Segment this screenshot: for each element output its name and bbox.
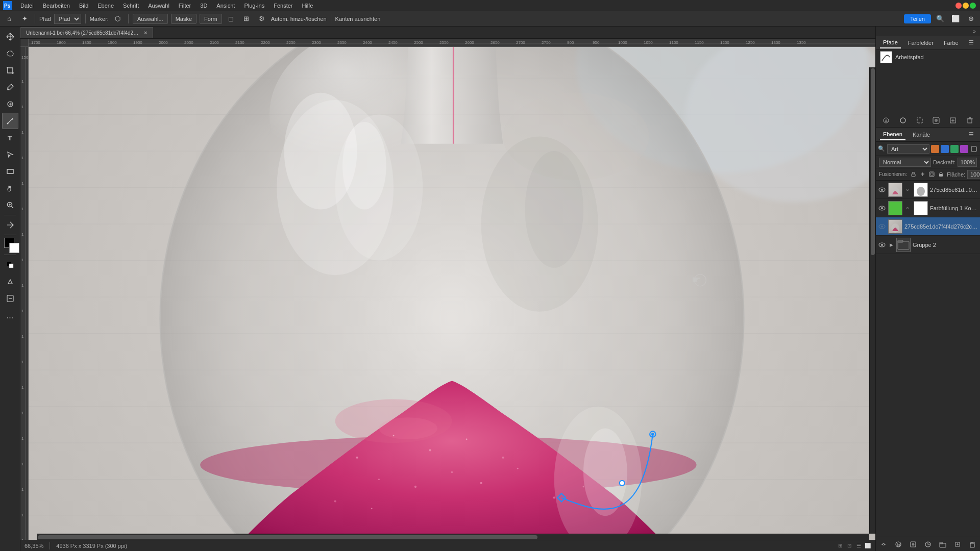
crop-tool[interactable]: [2, 62, 18, 79]
paths-menu-icon[interactable]: ☰: [967, 38, 976, 47]
menu-datei[interactable]: Datei: [16, 2, 38, 10]
menu-auswahl[interactable]: Auswahl: [144, 2, 174, 10]
new-layer-btn[interactable]: [952, 539, 963, 549]
farbe-tab[interactable]: Farbe: [941, 38, 962, 48]
search-btn-top[interactable]: 🔍: [934, 13, 946, 25]
color-swatches[interactable]: [2, 237, 18, 253]
extra-tool[interactable]: [2, 273, 18, 290]
maske-btn[interactable]: Maske: [171, 14, 197, 24]
zoom-tool[interactable]: [2, 197, 18, 213]
group-arrow-icon[interactable]: ▶: [888, 242, 894, 248]
menu-hilfe[interactable]: Hilfe: [298, 2, 317, 10]
panel-collapse-btn[interactable]: »: [971, 28, 978, 35]
layer-item[interactable]: Farbfüllung 1 Kopie: [876, 199, 980, 217]
menu-bild[interactable]: Bild: [75, 2, 92, 10]
status-icon-3[interactable]: ☰: [855, 542, 862, 549]
mode-toggle[interactable]: [2, 257, 18, 273]
arbeitspfad-item[interactable]: Arbeitspfad: [876, 50, 980, 64]
add-style-btn[interactable]: fx: [893, 539, 903, 549]
marker-icon[interactable]: ⬡: [112, 13, 124, 25]
teilen-button[interactable]: Teilen: [904, 14, 931, 23]
delete-path-icon[interactable]: [965, 116, 974, 125]
filter-adjust-icon[interactable]: [941, 145, 949, 153]
farbfelder-tab[interactable]: Farbfelder: [905, 38, 937, 48]
minimize-window-btn[interactable]: [963, 3, 969, 9]
scrollbar-vertical[interactable]: [869, 67, 875, 534]
blend-mode-dropdown[interactable]: Normal: [879, 158, 931, 167]
more-tools[interactable]: ···: [2, 310, 18, 326]
layer-visibility-icon[interactable]: [878, 204, 886, 212]
home-icon[interactable]: ⌂: [3, 13, 15, 25]
canvas-viewport[interactable]: ☛: [29, 47, 875, 540]
path-selection-tool[interactable]: [2, 146, 18, 163]
form-btn[interactable]: Form: [200, 14, 222, 24]
eyedropper-tool[interactable]: [2, 79, 18, 95]
maximize-window-btn[interactable]: [970, 3, 976, 9]
pen-tool[interactable]: [2, 113, 18, 129]
layer-visibility-icon[interactable]: [878, 241, 886, 249]
action-tool[interactable]: [2, 217, 18, 233]
settings-icon[interactable]: ⚙: [256, 13, 268, 25]
ebenen-tab[interactable]: Ebenen: [880, 129, 905, 140]
arrange-icon[interactable]: ⬜: [949, 13, 962, 25]
new-group-btn[interactable]: [938, 539, 948, 549]
layer-item[interactable]: 275cd85e81d...01 Kopie 4: [876, 181, 980, 199]
layer-visibility-icon[interactable]: [878, 186, 886, 194]
menu-3d[interactable]: 3D: [196, 2, 211, 10]
menu-fenster[interactable]: Fenster: [270, 2, 297, 10]
lasso-tool[interactable]: [2, 45, 18, 62]
filter-text-icon[interactable]: [950, 145, 959, 153]
fill-input[interactable]: [967, 170, 980, 179]
text-tool[interactable]: T: [2, 130, 18, 146]
filter-vector-icon[interactable]: [960, 145, 968, 153]
add-adjustment-btn[interactable]: [923, 539, 933, 549]
kanaele-tab[interactable]: Kanäle: [910, 130, 933, 140]
filter-pixel-icon[interactable]: [931, 145, 939, 153]
form-icon[interactable]: ◻: [225, 13, 237, 25]
path-selection-icon[interactable]: [915, 116, 924, 125]
filter-type-dropdown[interactable]: Art: [887, 144, 929, 154]
paths-tab[interactable]: Pfade: [880, 37, 901, 48]
scrollbar-horizontal[interactable]: [37, 534, 869, 540]
menu-plugins[interactable]: Plug-ins: [240, 2, 268, 10]
close-window-btn[interactable]: [955, 3, 962, 9]
auswahl-btn[interactable]: Auswahl...: [133, 14, 168, 24]
brush-options-icon[interactable]: ✦: [18, 13, 31, 25]
hand-tool[interactable]: [2, 180, 18, 196]
extra-tool-2[interactable]: [2, 290, 18, 307]
layer-item-active[interactable]: 275cd85e1dc7f4f4d276c2c23386c01: [876, 217, 980, 236]
lock-artboard-icon[interactable]: [927, 170, 936, 179]
layer-group-item[interactable]: ▶ Gruppe 2: [876, 236, 980, 254]
background-swatch[interactable]: [9, 243, 19, 253]
new-path-icon[interactable]: [948, 116, 958, 125]
menu-bearbeiten[interactable]: Bearbeiten: [39, 2, 74, 10]
menu-ansicht[interactable]: Ansicht: [212, 2, 239, 10]
delete-layer-btn[interactable]: [967, 539, 977, 549]
tab-close-btn[interactable]: ✕: [143, 30, 148, 36]
add-mask-btn[interactable]: [908, 539, 918, 549]
opacity-input[interactable]: [958, 158, 977, 167]
menu-schrift[interactable]: Schrift: [119, 2, 143, 10]
status-icon-4[interactable]: ⬜: [864, 542, 871, 549]
path-dropdown[interactable]: Pfad: [54, 14, 81, 24]
zoom-icon-top[interactable]: ⊕: [965, 13, 977, 25]
scrollbar-thumb-horizontal[interactable]: [38, 535, 537, 539]
filter-smart-icon[interactable]: [970, 145, 978, 153]
scrollbar-thumb-vertical[interactable]: [871, 68, 875, 255]
layer-visibility-icon-off[interactable]: [878, 222, 886, 231]
lock-all-icon[interactable]: [937, 170, 945, 179]
canvas-tab[interactable]: Unbenannt-1 bei 66,4% (275cd85e81dc7f4f4…: [20, 27, 153, 38]
path-stroke-icon[interactable]: [898, 116, 908, 125]
status-icon-1[interactable]: ⊞: [837, 542, 844, 549]
menu-filter[interactable]: Filter: [175, 2, 195, 10]
layers-menu-icon[interactable]: ☰: [967, 130, 976, 139]
path-mask-icon[interactable]: [932, 116, 941, 125]
path-fill-icon[interactable]: [881, 116, 891, 125]
menu-ebene[interactable]: Ebene: [93, 2, 118, 10]
align-icon[interactable]: ⊞: [240, 13, 253, 25]
lock-position-icon[interactable]: [918, 170, 926, 179]
heal-tool[interactable]: [2, 96, 18, 112]
rectangle-tool[interactable]: [2, 163, 18, 180]
status-icon-2[interactable]: ⊡: [846, 542, 853, 549]
link-layers-btn[interactable]: [878, 539, 889, 549]
